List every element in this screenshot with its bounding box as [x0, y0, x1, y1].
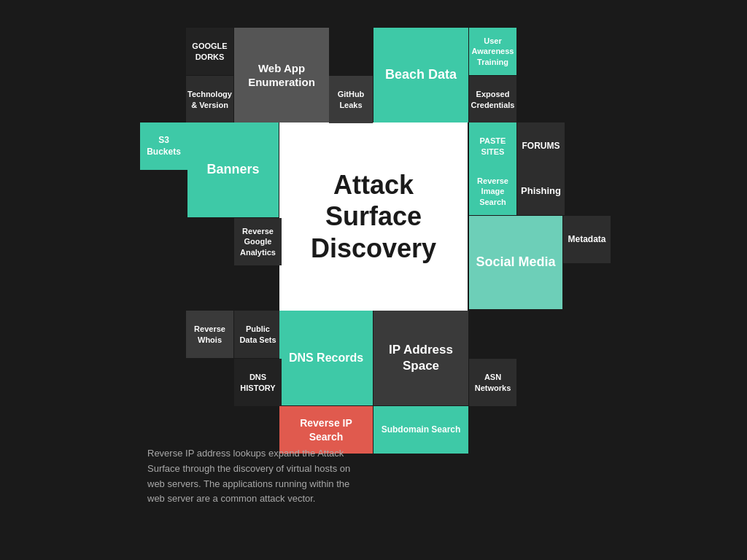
tile-banners[interactable]: Banners — [187, 122, 279, 217]
tile-reverse-whois[interactable]: Reverse Whois — [186, 311, 233, 358]
tile-social-media[interactable]: Social Media — [469, 216, 562, 309]
tile-dns-records[interactable]: DNS Records — [279, 311, 373, 405]
tile-asn-networks[interactable]: ASN Networks — [469, 359, 516, 406]
tile-tech-version[interactable]: Technology & Version — [186, 76, 233, 123]
tile-dns-history[interactable]: DNS HISTORY — [234, 359, 282, 406]
tile-ip-address[interactable]: IP Address Space — [374, 311, 468, 405]
tile-phishing[interactable]: Phishing — [517, 168, 565, 215]
tile-metadata[interactable]: Metadata — [563, 216, 611, 263]
description-text: Reverse IP address lookups expand the At… — [147, 446, 366, 507]
tile-beach-data[interactable]: Beach Data — [374, 28, 468, 122]
tile-reverse-google[interactable]: Reverse Google Analytics — [234, 218, 282, 265]
tile-paste-sites[interactable]: PASTE SITES — [469, 122, 516, 170]
tile-github-leaks[interactable]: GitHub Leaks — [329, 76, 373, 123]
tile-google-dorks[interactable]: GOOGLE DORKS — [186, 28, 233, 75]
tile-user-awareness[interactable]: User Awareness Training — [469, 28, 516, 75]
center-tile[interactable]: Attack Surface Discovery — [279, 122, 468, 311]
tile-public-data[interactable]: Public Data Sets — [234, 311, 282, 358]
tile-forums[interactable]: FORUMS — [517, 122, 565, 170]
tile-reverse-image[interactable]: Reverse Image Search — [469, 168, 516, 215]
tile-web-app[interactable]: Web App Enumeration — [234, 28, 329, 122]
tile-s3-buckets[interactable]: S3 Buckets — [140, 122, 187, 170]
tile-subdomain[interactable]: Subdomain Search — [374, 406, 468, 454]
tile-exposed-creds[interactable]: Exposed Credentials — [469, 76, 516, 123]
